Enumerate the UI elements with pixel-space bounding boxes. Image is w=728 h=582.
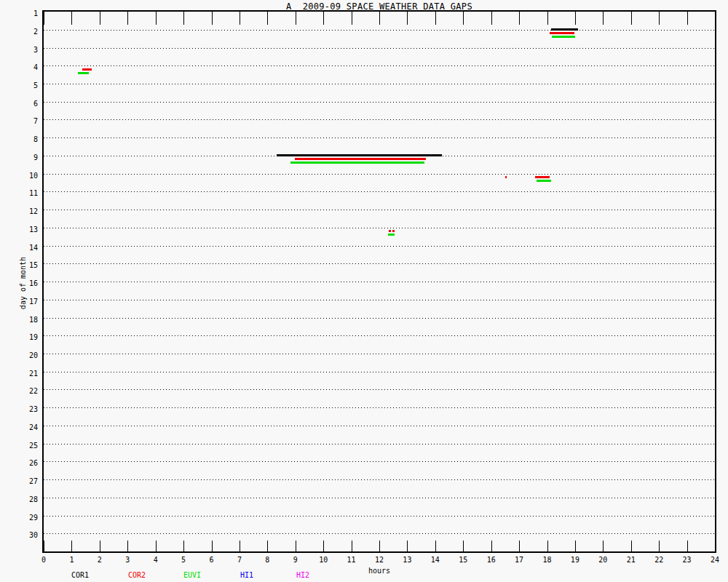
x-tick-top <box>44 12 44 25</box>
day-gridline <box>44 407 715 408</box>
x-tick-label: 4 <box>154 556 158 564</box>
x-tick-bottom <box>296 541 296 551</box>
x-tick-top <box>379 12 380 25</box>
day-gridline <box>44 137 715 138</box>
legend-item-hi2: HI2 <box>296 571 309 579</box>
day-gridline <box>44 444 715 445</box>
y-tick-label: 13 <box>29 225 38 233</box>
x-tick-bottom <box>352 541 352 551</box>
day-gridline <box>44 479 715 480</box>
x-tick-label: 5 <box>181 556 186 564</box>
x-tick-bottom <box>631 541 632 551</box>
x-tick-label: 23 <box>683 556 692 564</box>
day-gridline <box>44 372 715 372</box>
day-gridline <box>44 174 715 175</box>
x-tick-top <box>547 12 548 25</box>
day-gridline <box>44 389 715 390</box>
gap-bar-cor2 <box>389 230 391 232</box>
x-tick-bottom <box>127 541 128 551</box>
x-tick-label: 18 <box>542 556 551 564</box>
gap-bar-cor2 <box>550 32 574 34</box>
day-gridline <box>44 228 715 228</box>
gap-bar-cor2 <box>295 158 426 160</box>
day-gridline <box>44 246 715 247</box>
day-gridline <box>44 335 715 336</box>
gap-bar-euvi <box>388 234 395 236</box>
x-tick-bottom <box>44 541 44 551</box>
y-tick-label: 18 <box>29 315 38 323</box>
x-tick-label: 15 <box>459 556 467 564</box>
x-tick-bottom <box>687 541 688 551</box>
x-tick-bottom <box>212 541 213 551</box>
gap-bar-cor1 <box>277 154 442 156</box>
gap-bar-cor2 <box>82 68 92 71</box>
gap-bar-cor1 <box>551 28 578 31</box>
x-tick-label: 8 <box>265 556 269 564</box>
gap-bar-cor2 <box>505 176 507 178</box>
x-tick-label: 22 <box>654 556 663 564</box>
y-tick-label: 12 <box>29 207 38 215</box>
day-gridline <box>44 102 715 103</box>
day-gridline <box>44 461 715 462</box>
day-gridline <box>44 516 715 517</box>
x-tick-top <box>100 12 100 25</box>
day-gridline <box>44 426 715 426</box>
y-tick-label: 29 <box>29 513 38 521</box>
y-tick-label: 14 <box>29 243 38 251</box>
legend-item-cor2: COR2 <box>128 571 146 579</box>
x-tick-bottom <box>575 541 576 551</box>
x-tick-bottom <box>100 541 100 551</box>
y-tick-label: 28 <box>29 495 38 503</box>
x-tick-top <box>240 12 240 25</box>
legend-item-cor1: COR1 <box>71 571 89 579</box>
y-tick-label: 1 <box>33 9 38 17</box>
x-tick-bottom <box>323 541 324 551</box>
x-tick-label: 6 <box>209 556 213 564</box>
x-tick-bottom <box>379 541 380 551</box>
x-tick-bottom <box>156 541 157 551</box>
x-tick-bottom <box>491 541 492 551</box>
gap-bar-cor2 <box>392 230 395 232</box>
day-gridline <box>44 318 715 319</box>
x-tick-top <box>687 12 688 25</box>
gap-bar-euvi <box>78 72 89 74</box>
x-tick-bottom <box>519 541 520 551</box>
x-tick-top <box>491 12 492 25</box>
y-tick-label: 4 <box>33 63 38 71</box>
x-tick-label: 3 <box>125 556 130 564</box>
day-gridline <box>44 48 715 49</box>
gap-bar-euvi <box>537 180 551 182</box>
x-tick-bottom <box>715 541 716 551</box>
x-tick-top <box>659 12 660 25</box>
day-gridline <box>44 191 715 192</box>
day-gridline <box>44 282 715 282</box>
y-tick-label: 27 <box>29 477 38 485</box>
y-tick-label: 19 <box>29 333 38 341</box>
y-tick-label: 22 <box>29 387 38 395</box>
y-tick-label: 5 <box>33 81 38 89</box>
y-tick-label: 6 <box>33 99 38 107</box>
x-tick-label: 0 <box>41 556 46 564</box>
y-tick-label: 25 <box>29 441 38 449</box>
y-tick-label: 16 <box>29 279 38 287</box>
x-tick-top <box>407 12 408 25</box>
x-tick-label: 11 <box>347 556 356 564</box>
legend-item-euvi: EUVI <box>183 571 201 579</box>
y-tick-label: 9 <box>33 153 38 161</box>
day-gridline <box>44 119 715 120</box>
x-tick-label: 24 <box>711 556 719 564</box>
day-gridline <box>44 210 715 210</box>
day-gridline <box>44 498 715 498</box>
x-tick-bottom <box>603 541 604 551</box>
y-tick-label: 7 <box>33 117 38 125</box>
x-tick-top <box>212 12 213 25</box>
legend: COR1COR2EUVIHI1HI2 <box>0 571 728 581</box>
x-tick-label: 1 <box>69 556 74 564</box>
day-gridline <box>44 84 715 84</box>
x-tick-top <box>631 12 632 25</box>
x-tick-top <box>127 12 128 25</box>
day-gridline <box>44 533 715 534</box>
x-tick-label: 20 <box>598 556 607 564</box>
x-tick-top <box>267 12 268 25</box>
y-tick-label: 8 <box>33 135 38 143</box>
